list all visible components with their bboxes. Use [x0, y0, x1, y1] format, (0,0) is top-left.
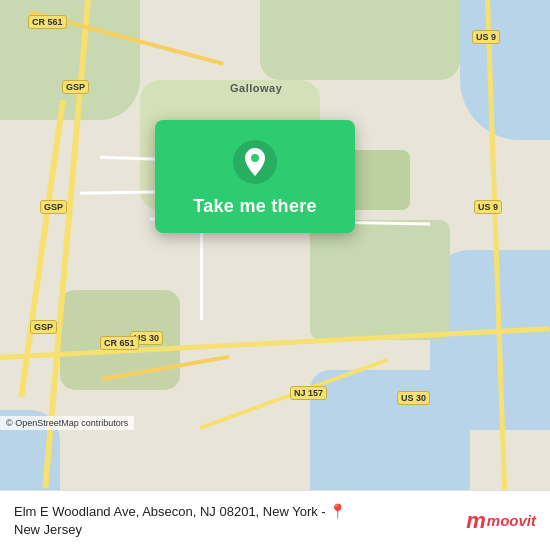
road-label-cr651: CR 651: [100, 336, 139, 350]
green-area: [310, 220, 450, 340]
address-line2: New Jersey: [14, 522, 82, 537]
town-label-galloway: Galloway: [230, 82, 282, 94]
take-me-there-card[interactable]: Take me there: [155, 120, 355, 233]
bottom-bar: Elm E Woodland Ave, Absecon, NJ 08201, N…: [0, 490, 550, 550]
water-area: [460, 0, 550, 140]
moovit-logo: m moovit: [466, 508, 536, 534]
moovit-wordmark: moovit: [487, 512, 536, 529]
road-label-us9-top: US 9: [472, 30, 500, 44]
moovit-m-letter: m: [466, 508, 486, 534]
take-me-there-button[interactable]: Take me there: [193, 196, 317, 217]
road-label-gsp1: GSP: [62, 80, 89, 94]
water-area: [310, 370, 470, 490]
road-label-gsp3: GSP: [30, 320, 57, 334]
address-line1: Elm E Woodland Ave, Absecon, NJ 08201, N…: [14, 504, 329, 519]
road-label-nj157: NJ 157: [290, 386, 327, 400]
pin-emoji: 📍: [329, 503, 346, 519]
location-pin-icon: [233, 140, 277, 184]
map-container: CR 561 GSP GSP GSP US 9 US 9 US 30 US 30…: [0, 0, 550, 490]
map-attribution: © OpenStreetMap contributors: [0, 416, 134, 430]
road-label-gsp2: GSP: [40, 200, 67, 214]
green-area: [260, 0, 460, 80]
road-label-cr561: CR 561: [28, 15, 67, 29]
svg-point-1: [251, 154, 259, 162]
road-label-us9-mid: US 9: [474, 200, 502, 214]
green-area: [0, 0, 140, 120]
address-text: Elm E Woodland Ave, Absecon, NJ 08201, N…: [14, 502, 466, 540]
road-label-us30-right: US 30: [397, 391, 430, 405]
